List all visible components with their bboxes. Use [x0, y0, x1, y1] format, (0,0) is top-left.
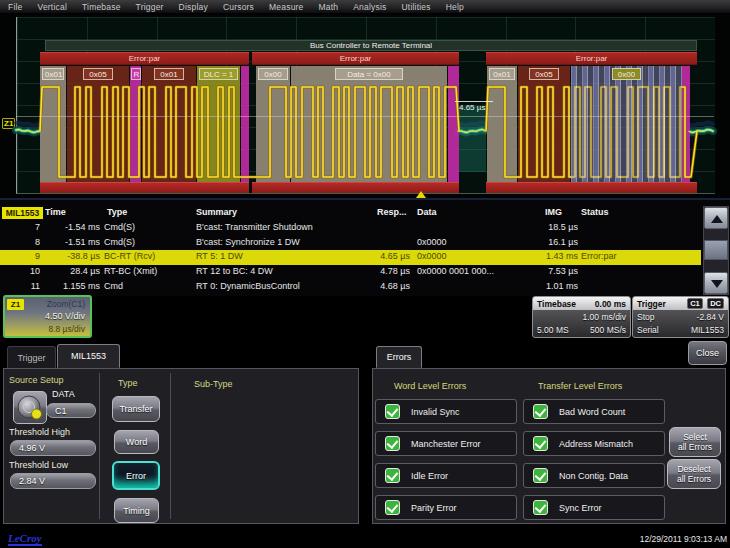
checkbox-checked-icon[interactable] — [385, 500, 400, 515]
trigger-descriptor-box[interactable]: Trigger C1 DC Stop -2.84 V Serial MIL155… — [632, 296, 729, 338]
cell-img: 16.1 µs — [528, 237, 578, 247]
field-label: R — [131, 68, 141, 80]
trigger-position-marker[interactable] — [416, 191, 426, 198]
type-button-timing[interactable]: Timing — [114, 498, 159, 523]
menu-measure[interactable]: Measure — [269, 2, 303, 12]
threshold-high-label: Threshold High — [9, 427, 70, 437]
menu-cursors[interactable]: Cursors — [223, 2, 254, 12]
frame-bottom-bar — [40, 182, 249, 193]
decode-result-table: MIL1553 Time Type Summary Resp... Data I… — [0, 198, 730, 296]
cell-img: 18.5 µs — [528, 222, 578, 232]
z1-descriptor-box[interactable]: Z1 Zoom(C1) 4.50 V/div 8.8 µs/div — [3, 295, 92, 338]
menu-analysis[interactable]: Analysis — [353, 2, 386, 12]
select-all-errors-button[interactable]: Select all Errors — [669, 427, 721, 457]
adjust-knob[interactable] — [13, 391, 47, 424]
error-checkbox-row[interactable]: Invalid Sync — [375, 399, 517, 424]
type-button-word[interactable]: Word — [114, 430, 159, 454]
cell-time: -38.8 µs — [44, 251, 100, 261]
dialog-area: Trigger MIL1553 Errors Close Source Setu… — [0, 344, 730, 530]
cell-type: RT-BC (Xmit) — [104, 266, 192, 276]
cell-resp: 4.78 µs — [352, 266, 410, 276]
cell-summary: RT 0: DynamicBusControl — [196, 281, 356, 291]
tab-mil1553[interactable]: MIL1553 — [57, 344, 120, 368]
transfer-title: Bus Controller to Remote Terminal — [45, 40, 697, 51]
checkbox-checked-icon[interactable] — [385, 436, 400, 451]
checkbox-label: Bad Word Count — [559, 407, 625, 417]
source-select[interactable]: C1 — [46, 403, 96, 418]
table-row-8[interactable]: 8-1.51 msCmd(S)B'cast: Synchronize 1 DW0… — [0, 236, 701, 251]
close-button[interactable]: Close — [688, 341, 727, 365]
menu-math[interactable]: Math — [319, 2, 339, 12]
menu-file[interactable]: File — [8, 2, 23, 12]
table-scrollbar[interactable] — [703, 206, 729, 295]
knob-label: DATA — [52, 389, 75, 399]
cursor-line — [16, 116, 714, 117]
field-label: 0x01 — [42, 68, 64, 80]
col-header-data: Data — [417, 207, 437, 217]
cell-data: 0x0000 — [417, 237, 537, 247]
checkbox-checked-icon[interactable] — [533, 500, 548, 515]
cell-type: Cmd(S) — [104, 222, 192, 232]
source-setup-title: Source Setup — [9, 375, 64, 385]
cell-summary: RT 12 to BC: 4 DW — [196, 266, 356, 276]
scroll-thumb[interactable] — [704, 240, 728, 260]
scroll-up-button[interactable] — [704, 207, 728, 229]
tab-errors[interactable]: Errors — [376, 346, 422, 368]
tab-trigger[interactable]: Trigger — [7, 346, 56, 368]
checkbox-checked-icon[interactable] — [533, 436, 548, 451]
word-errors-title: Word Level Errors — [394, 381, 466, 391]
scroll-down-button[interactable] — [704, 272, 728, 294]
trigger-mode: Stop — [637, 312, 655, 322]
response-time-label: 4.65 µs — [459, 103, 485, 112]
cell-type: Cmd — [104, 281, 192, 291]
checkbox-label: Non Contig. Data — [559, 471, 628, 481]
col-header-img: IMG — [545, 207, 562, 217]
error-checkbox-row[interactable]: Bad Word Count — [523, 399, 665, 424]
cell-data: 0x0000 — [417, 251, 537, 261]
error-bar: Error:par — [40, 52, 249, 65]
deselect-all-errors-button[interactable]: Deselect all Errors — [667, 459, 721, 489]
cell-img: 1.01 ms — [528, 281, 578, 291]
timebase-descriptor-box[interactable]: Timebase 0.00 ms 1.00 ms/div 5.00 MS 500… — [532, 296, 631, 338]
deselect-all-line2: all Errors — [677, 474, 711, 484]
timebase-scale: 1.00 ms/div — [583, 312, 626, 322]
type-title: Type — [118, 378, 138, 388]
error-checkbox-row[interactable]: Address Mismatch — [523, 431, 665, 456]
error-checkbox-row[interactable]: Idle Error — [375, 463, 517, 488]
table-row-9[interactable]: 9-38.8 µsBC-RT (Rcv)RT 5: 1 DW4.65 µs0x0… — [0, 250, 701, 265]
error-checkbox-row[interactable]: Sync Error — [523, 495, 665, 520]
menu-help[interactable]: Help — [446, 2, 464, 12]
checkbox-checked-icon[interactable] — [533, 468, 548, 483]
col-header-type: Type — [107, 207, 127, 217]
type-button-transfer[interactable]: Transfer — [112, 396, 160, 422]
menu-vertical[interactable]: Vertical — [38, 2, 67, 12]
trigger-level: -2.84 V — [697, 312, 724, 322]
checkbox-checked-icon[interactable] — [385, 404, 400, 419]
table-row-10[interactable]: 1028.4 µsRT-BC (Xmit)RT 12 to BC: 4 DW4.… — [0, 265, 701, 280]
cell-status: Error:par — [581, 251, 691, 261]
type-button-error[interactable]: Error — [112, 461, 160, 490]
error-checkbox-row[interactable]: Manchester Error — [375, 431, 517, 456]
trigger-source-badge: C1 — [687, 298, 703, 309]
timebase-offset: 0.00 ms — [595, 299, 626, 309]
threshold-low-field[interactable]: 2.84 V — [10, 473, 96, 489]
cell-idx: 8 — [20, 237, 40, 247]
trigger-protocol: MIL1553 — [691, 325, 724, 335]
cell-img: 1.43 ms — [528, 251, 578, 261]
lecroy-logo: LeCroy — [8, 533, 42, 546]
cell-resp: 4.65 µs — [352, 251, 410, 261]
table-row-7[interactable]: 7-1.54 msCmd(S)B'cast: Transmitter Shutd… — [0, 221, 701, 236]
checkbox-checked-icon[interactable] — [385, 468, 400, 483]
error-checkbox-row[interactable]: Non Contig. Data — [523, 463, 665, 488]
oscilloscope-screen: FileVerticalTimebaseTriggerDisplayCursor… — [0, 0, 730, 548]
error-checkbox-row[interactable]: Parity Error — [375, 495, 517, 520]
menu-timebase[interactable]: Timebase — [82, 2, 121, 12]
checkbox-checked-icon[interactable] — [533, 404, 548, 419]
timebase-samples: 5.00 MS — [537, 325, 569, 335]
menu-display[interactable]: Display — [179, 2, 208, 12]
menu-trigger[interactable]: Trigger — [136, 2, 164, 12]
table-row-11[interactable]: 111.155 msCmdRT 0: DynamicBusControl4.68… — [0, 280, 701, 295]
menu-utilities[interactable]: Utilities — [402, 2, 431, 12]
threshold-high-field[interactable]: 4.96 V — [10, 440, 96, 456]
field-label: 0x01 — [489, 68, 515, 80]
